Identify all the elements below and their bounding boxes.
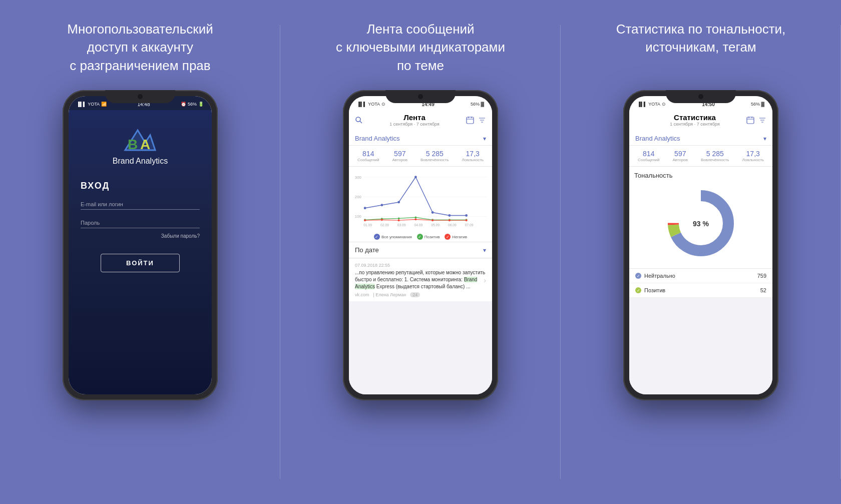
password-label: Пароль — [81, 220, 200, 226]
password-field-line — [81, 228, 200, 228]
svg-point-35 — [398, 217, 400, 219]
login-heading: ВХОД — [81, 181, 110, 191]
stats-screen: Статистика 1 сентября · 7 сентября — [629, 110, 772, 394]
legend-positive: ✓ Позитив — [417, 234, 440, 240]
feed-item-1[interactable]: 07.09.2018 22:55 ...по управлению репута… — [349, 259, 492, 301]
app-logo: B A — [123, 125, 158, 153]
phone-stats: ▐▌▌ YOTA ⊙ 14:50 56% ▓ Статистика 1 с — [623, 90, 778, 400]
svg-point-46 — [466, 219, 468, 221]
panel-stats: Статистика по тональности,источникам, те… — [561, 0, 841, 504]
legend-all: ✓ Все упоминания — [374, 234, 412, 240]
wifi-icon: 📶 — [101, 102, 107, 107]
stat-messages: 814 Сообщений — [357, 150, 379, 162]
stats-list-item-positive[interactable]: ✓ Позитив 52 — [629, 283, 772, 298]
line-chart: 300 200 100 01.09 02.09 03.09 04.09 05.0… — [353, 170, 488, 229]
section-by-date-label: По дате — [355, 246, 379, 254]
phone-login: ▐▌▌ YOTA 📶 14:48 ⏰ 56% 🔋 B A — [63, 90, 218, 400]
svg-point-31 — [448, 214, 451, 217]
svg-line-5 — [360, 121, 362, 123]
stat-authors-s: 597 Авторов — [672, 150, 688, 162]
svg-text:04.09: 04.09 — [414, 223, 423, 227]
svg-point-41 — [381, 219, 383, 221]
svg-point-30 — [432, 211, 434, 214]
brand-selector-feed[interactable]: Brand Analytics ▾ — [349, 132, 492, 146]
svg-text:200: 200 — [355, 195, 362, 199]
feed-screen-title: Лента — [389, 113, 439, 122]
email-field-container: E-mail или логин — [81, 201, 200, 210]
svg-text:05.09: 05.09 — [431, 223, 440, 227]
positive-color-dot: ✓ — [635, 287, 641, 293]
feed-item-arrow-icon: › — [484, 276, 486, 284]
svg-text:01.09: 01.09 — [363, 223, 372, 227]
section-by-date[interactable]: По дате ▾ — [349, 242, 492, 258]
forgot-password-link[interactable]: Забыли пароль? — [161, 233, 200, 239]
password-field-container: Пароль — [81, 220, 200, 228]
filter-icon[interactable] — [478, 116, 486, 124]
svg-point-27 — [380, 204, 383, 206]
search-icon[interactable] — [355, 116, 363, 124]
battery-icon: 🔋 — [198, 102, 204, 107]
stats-screen-title: Статистика — [670, 113, 719, 122]
donut-area: Тональность 93 % — [629, 167, 772, 269]
feed-item-author: | Елена Лерман — [373, 292, 406, 297]
brand-name-feed: Brand Analytics — [355, 135, 400, 142]
stats-list-item-neutral[interactable]: ✓ Нейтрально 759 — [629, 269, 772, 283]
svg-text:300: 300 — [355, 175, 362, 180]
stats-list: ✓ Нейтрально 759 ✓ Позитив — [629, 269, 772, 394]
phone-feed: ▐▌▌ YOTA ⊙ 14:49 56% ▓ — [343, 90, 498, 400]
alarm-icon: ⏰ — [181, 102, 186, 107]
svg-point-43 — [414, 218, 416, 220]
donut-chart: 93 % — [661, 183, 741, 263]
login-button[interactable]: ВОЙТИ — [101, 254, 180, 272]
filter-icon-stats[interactable] — [758, 116, 766, 124]
brand-name-stats: Brand Analytics — [635, 135, 680, 142]
battery-feed: 56% ▓ — [471, 102, 484, 107]
stat-authors: 597 Авторов — [392, 150, 407, 162]
signal-bars-stats: ▐▌▌ — [637, 102, 647, 107]
calendar-icon[interactable] — [466, 116, 474, 124]
svg-point-40 — [364, 219, 366, 221]
chevron-down-icon: ▾ — [483, 135, 486, 142]
svg-point-28 — [397, 201, 400, 203]
highlighted-text: Brand Analytics — [355, 277, 477, 289]
calendar-icon-stats[interactable] — [746, 116, 754, 124]
email-label: E-mail или логин — [81, 201, 200, 207]
panel-login-title: Многопользовательскийдоступ к аккаунтус … — [67, 20, 213, 75]
brand-selector-stats[interactable]: Brand Analytics ▾ — [629, 132, 772, 146]
feed-item-source: vk.com — [355, 292, 369, 297]
stats-date-range: 1 сентября · 7 сентября — [670, 122, 719, 127]
svg-text:A: A — [140, 137, 150, 152]
carrier-stats: YOTA — [648, 102, 660, 107]
donut-section-title: Тональность — [634, 172, 673, 179]
stats-metrics-row: 814 Сообщений 597 Авторов 5 285 Вовлечён… — [629, 146, 772, 167]
battery-pct: 56% — [188, 102, 197, 107]
svg-rect-47 — [747, 117, 754, 124]
feed-date-range: 1 сентября · 7 сентября — [389, 122, 439, 127]
legend-negative: ✓ Негатив — [445, 234, 467, 240]
stat-loyalty: 17,3 Лояльность — [462, 150, 484, 162]
svg-point-44 — [432, 219, 434, 221]
svg-point-36 — [414, 216, 416, 218]
feed-item-date: 07.09.2018 22:55 — [355, 263, 486, 268]
svg-text:07.09: 07.09 — [465, 223, 474, 227]
stat-engagement: 5 285 Вовлечённость — [420, 150, 449, 162]
battery-stats: 56% ▓ — [751, 102, 764, 107]
svg-text:100: 100 — [355, 214, 362, 219]
feed-header: Лента 1 сентября · 7 сентября — [349, 110, 492, 132]
stat-messages-s: 814 Сообщений — [638, 150, 660, 162]
svg-text:02.09: 02.09 — [380, 223, 389, 227]
svg-text:93 %: 93 % — [693, 220, 709, 228]
stats-nav-icons — [746, 116, 766, 124]
neutral-value: 759 — [757, 273, 766, 279]
stats-nav: Статистика 1 сентября · 7 сентября — [635, 113, 766, 127]
svg-point-32 — [465, 214, 468, 217]
feed-screen: Лента 1 сентября · 7 сентября — [349, 110, 492, 394]
svg-text:03.09: 03.09 — [397, 223, 406, 227]
wifi-icon-feed: ⊙ — [381, 102, 385, 107]
chart-legend: ✓ Все упоминания ✓ Позитив ✓ — [349, 232, 492, 242]
login-brand-name: Brand Analytics — [113, 157, 168, 166]
svg-point-42 — [398, 219, 400, 221]
signal-bars: ▐▌▌ — [77, 102, 86, 107]
wifi-icon-stats: ⊙ — [662, 102, 666, 107]
svg-point-29 — [414, 176, 417, 178]
